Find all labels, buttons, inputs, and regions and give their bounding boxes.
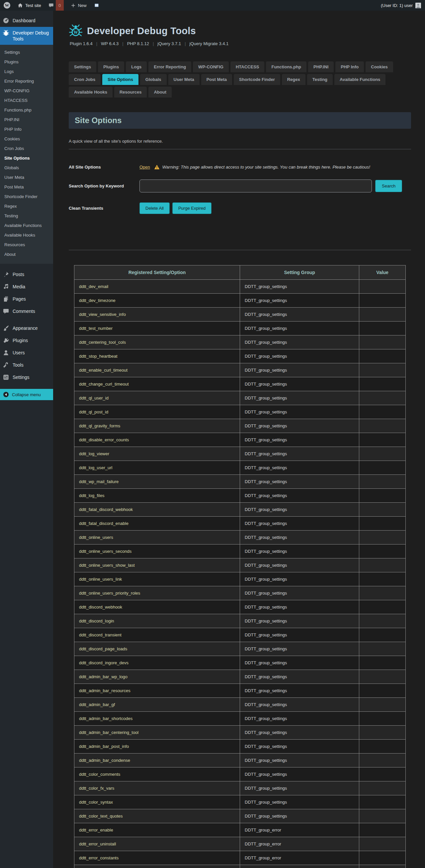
tab[interactable]: User Meta	[168, 74, 200, 85]
tab-label: Error Reporting	[154, 64, 186, 69]
table-row: ddtt_color_fx_vars DDTT_group_settings	[74, 781, 406, 795]
tab[interactable]: Site Options	[102, 74, 138, 85]
purge-expired-button[interactable]: Purge Expired	[172, 203, 211, 214]
tab[interactable]: Cron Jobs	[69, 74, 101, 85]
submenu-item[interactable]: Resources	[0, 240, 53, 250]
submenu-item[interactable]: HTACCESS	[0, 96, 53, 105]
submenu-item-label: Functions.php	[4, 107, 32, 113]
warning-icon	[154, 164, 160, 169]
tab[interactable]: Settings	[69, 61, 96, 72]
book-icon	[94, 3, 99, 8]
tab[interactable]: Resources	[114, 87, 147, 98]
option-cell: ddtt_online_users_priority_roles	[74, 586, 240, 600]
submenu-item[interactable]: Functions.php	[0, 105, 53, 115]
tab[interactable]: HTACCESS	[230, 61, 265, 72]
submenu-item[interactable]: PHP Info	[0, 124, 53, 134]
wrench-icon	[3, 362, 9, 368]
sidebar-item-appearance[interactable]: Appearance	[0, 322, 53, 335]
tab[interactable]: Available Functions	[334, 74, 386, 85]
search-input[interactable]	[139, 180, 372, 192]
submenu-item[interactable]: WP-CONFIG	[0, 86, 53, 96]
sidebar-item-tools[interactable]: Tools	[0, 359, 53, 371]
tab[interactable]: WP-CONFIG	[193, 61, 229, 72]
value-cell	[359, 823, 406, 837]
submenu-item[interactable]: Testing	[0, 211, 53, 221]
sidebar-item-developer-debug-tools[interactable]: Developer Debug Tools	[0, 27, 53, 45]
tab[interactable]: Available Hooks	[69, 87, 113, 98]
submenu-item-label: Testing	[4, 213, 18, 218]
submenu-item[interactable]: Error Reporting	[0, 76, 53, 86]
group-cell: DDTT_group_error	[240, 851, 359, 865]
table-row: ddtt_admin_bar_post_info DDTT_group_sett…	[74, 740, 406, 753]
plus-icon	[71, 3, 76, 8]
table-row: ddtt_online_users DDTT_group_settings	[74, 531, 406, 545]
tab[interactable]: Regex	[282, 74, 306, 85]
group-cell: DDTT_group_settings	[240, 349, 359, 363]
delete-all-button[interactable]: Delete All	[139, 203, 170, 214]
submenu-item[interactable]: Globals	[0, 163, 53, 173]
resources-button[interactable]	[90, 0, 103, 11]
tab[interactable]: Testing	[307, 74, 333, 85]
tab[interactable]: Logs	[126, 61, 147, 72]
tab[interactable]: Shortcode Finder	[234, 74, 280, 85]
tab[interactable]: Globals	[140, 74, 167, 85]
submenu-item[interactable]: Settings	[0, 48, 53, 57]
group-cell: DDTT_group_settings	[240, 489, 359, 503]
open-link[interactable]: Open	[139, 164, 150, 169]
collapse-menu-button[interactable]: Collapse menu	[0, 389, 53, 400]
value-cell	[359, 363, 406, 377]
option-cell: ddtt_ql_user_id	[74, 391, 240, 405]
submenu-item[interactable]: Cookies	[0, 134, 53, 144]
group-cell: DDTT_group_settings	[240, 391, 359, 405]
submenu-item-label: Site Options	[4, 156, 30, 161]
value-cell	[359, 531, 406, 545]
submenu-item[interactable]: Available Hooks	[0, 230, 53, 240]
submenu-item[interactable]: About	[0, 250, 53, 259]
tab[interactable]: Post Meta	[201, 74, 232, 85]
site-name-link[interactable]: Test site	[14, 0, 45, 11]
submenu-item-label: About	[4, 252, 16, 257]
submenu-item[interactable]: Cron Jobs	[0, 144, 53, 153]
sidebar-item-users[interactable]: Users	[0, 347, 53, 359]
submenu-item[interactable]: Shortcode Finder	[0, 192, 53, 202]
sidebar-item-settings[interactable]: Settings	[0, 371, 53, 383]
submenu-item[interactable]: Regex	[0, 202, 53, 211]
submenu-item[interactable]: Plugins	[0, 57, 53, 67]
sidebar-item-plugins[interactable]: Plugins	[0, 335, 53, 347]
sidebar-item-pages[interactable]: Pages	[0, 293, 53, 305]
tab[interactable]: PHP Info	[335, 61, 364, 72]
sidebar-item-label: Plugins	[12, 337, 28, 343]
sidebar-item-posts[interactable]: Posts	[0, 269, 53, 281]
submenu-item[interactable]: PHP.INI	[0, 115, 53, 124]
tab[interactable]: Error Reporting	[148, 61, 191, 72]
submenu-item[interactable]: Logs	[0, 67, 53, 76]
submenu-item[interactable]: Post Meta	[0, 182, 53, 192]
search-button[interactable]: Search	[375, 180, 402, 192]
new-button[interactable]: New	[67, 0, 90, 11]
table-row: ddtt_log_user_url DDTT_group_settings	[74, 461, 406, 475]
submenu-item-label: Logs	[4, 69, 13, 74]
tab[interactable]: About	[148, 87, 172, 98]
avatar[interactable]	[415, 3, 421, 8]
comments-button[interactable]	[45, 0, 56, 11]
sidebar-item-dashboard[interactable]: Dashboard	[0, 14, 53, 27]
admin-sidebar: Dashboard Developer Debug Tools Settings…	[0, 11, 53, 868]
comment-count-badge[interactable]: 0	[56, 0, 64, 11]
tab[interactable]: Functions.php	[266, 61, 307, 72]
option-cell: ddtt_test_number	[74, 321, 240, 336]
submenu-item[interactable]: User Meta	[0, 173, 53, 182]
sidebar-item-media[interactable]: Media	[0, 281, 53, 293]
tab-label: Globals	[145, 77, 161, 82]
wordpress-menu-button[interactable]: W	[0, 0, 14, 11]
submenu-item[interactable]: Available Functions	[0, 221, 53, 230]
submenu-item-label: PHP Info	[4, 127, 22, 132]
tab[interactable]: Plugins	[98, 61, 124, 72]
bug-icon	[3, 30, 9, 36]
option-cell: ddtt_discord_ingore_devs	[74, 656, 240, 670]
sidebar-item-comments[interactable]: Comments	[0, 305, 53, 317]
tab[interactable]: PHP.INI	[308, 61, 334, 72]
submenu-item[interactable]: Site Options	[0, 153, 53, 163]
user-greeting[interactable]: (User ID: 1) user	[381, 3, 413, 8]
tab[interactable]: Cookies	[366, 61, 393, 72]
table-header-row: Registered Setting/Option Setting Group …	[74, 266, 406, 280]
